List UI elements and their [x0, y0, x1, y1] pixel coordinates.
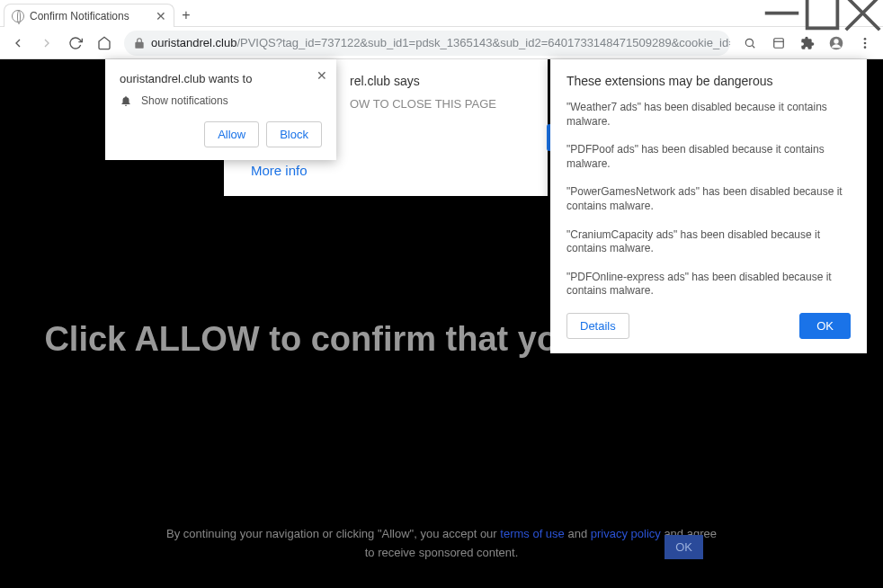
browser-toolbar: ouristandrel.club/PVIQS?tag_id=737122&su…	[0, 27, 883, 59]
svg-rect-6	[774, 38, 784, 48]
close-icon[interactable]: ✕	[317, 68, 327, 83]
url-domain: ouristandrel.club	[151, 36, 236, 49]
home-button[interactable]	[92, 31, 117, 56]
extension-item: "PowerGamesNetwork ads" has been disable…	[566, 185, 851, 213]
profile-icon[interactable]	[824, 31, 849, 56]
svg-point-10	[864, 38, 867, 40]
window-maximize-button[interactable]	[802, 0, 843, 27]
footer-text: By continuing your navigation or clickin…	[0, 525, 883, 563]
zoom-icon[interactable]	[737, 31, 763, 56]
permission-label: Show notifications	[141, 94, 228, 107]
address-bar[interactable]: ouristandrel.club/PVIQS?tag_id=737122&su…	[124, 31, 730, 56]
footer-ok-button[interactable]: OK	[664, 535, 703, 559]
ok-button[interactable]: OK	[799, 313, 851, 339]
extensions-icon[interactable]	[795, 31, 820, 56]
allow-button[interactable]: Allow	[204, 121, 259, 147]
browser-tab[interactable]: Confirm Notifications ✕	[4, 4, 174, 27]
lock-icon	[133, 37, 146, 49]
extension-item: "Weather7 ads" has been disabled because…	[566, 101, 851, 129]
svg-line-5	[752, 45, 754, 48]
menu-icon[interactable]	[852, 31, 878, 56]
new-tab-button[interactable]: +	[174, 4, 198, 27]
extension-warning-title: These extensions may be dangerous	[566, 74, 851, 88]
extension-warning-popup: These extensions may be dangerous "Weath…	[550, 59, 867, 353]
more-info-link[interactable]: More info	[251, 163, 530, 178]
reload-button[interactable]	[63, 31, 88, 56]
back-button[interactable]	[5, 31, 31, 56]
permission-title: ouristandrel.club wants to	[120, 72, 322, 85]
svg-point-11	[864, 41, 867, 44]
svg-point-12	[864, 46, 867, 49]
window-close-button[interactable]	[843, 0, 883, 27]
extension-item: "PDFPoof ads" has been disabled because …	[566, 143, 851, 171]
bell-icon	[120, 94, 132, 107]
details-button[interactable]: Details	[566, 313, 629, 339]
close-tab-icon[interactable]: ✕	[156, 9, 166, 23]
globe-icon	[12, 10, 24, 22]
url-path: /PVIQS?tag_id=737122&sub_id1=pdsk_136514…	[236, 36, 730, 49]
extension-item: "PDFOnline-express ads" has been disable…	[566, 271, 851, 298]
reader-icon[interactable]	[766, 31, 791, 56]
block-button[interactable]: Block	[266, 121, 322, 147]
extension-item: "CraniumCapacity ads" has been disabled …	[566, 228, 851, 256]
terms-link[interactable]: terms of use	[500, 527, 565, 540]
svg-point-4	[745, 39, 753, 46]
notification-permission-popup: ✕ ouristandrel.club wants to Show notifi…	[105, 59, 336, 160]
privacy-link[interactable]: privacy policy	[591, 527, 661, 540]
svg-point-9	[834, 39, 838, 43]
tab-title: Confirm Notifications	[30, 10, 129, 22]
svg-rect-1	[807, 0, 838, 28]
forward-button[interactable]	[34, 31, 59, 56]
window-minimize-button[interactable]	[762, 0, 802, 27]
